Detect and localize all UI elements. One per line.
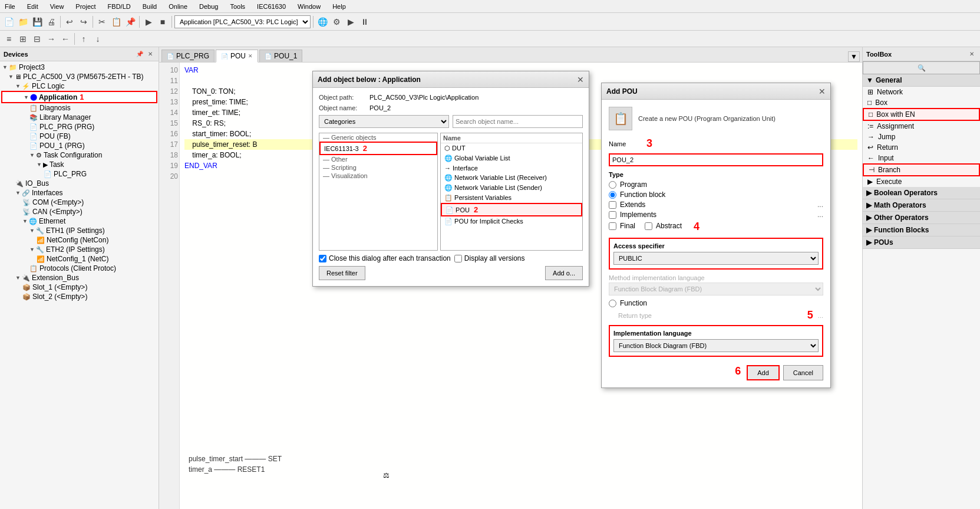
tb2-btn7[interactable]: ↓ xyxy=(91,32,104,45)
menu-edit[interactable]: Edit xyxy=(25,2,41,11)
impl-select[interactable]: Function Block Diagram (FBD) xyxy=(613,339,819,352)
menu-fbdld[interactable]: FBD/LD xyxy=(105,2,133,11)
open-btn[interactable]: 📁 xyxy=(17,15,29,28)
radio-function[interactable]: Function xyxy=(609,299,823,307)
menu-tools[interactable]: Tools xyxy=(227,2,248,11)
tree-interfaces[interactable]: ▼ 🔗 Interfaces xyxy=(1,188,157,198)
undo-btn[interactable]: ↩ xyxy=(63,15,76,28)
tree-com[interactable]: 📡 COM (<Empty>) xyxy=(1,198,157,207)
tb2-btn4[interactable]: → xyxy=(45,32,58,45)
pin-btn[interactable]: 📌 xyxy=(135,50,144,59)
tree-slot2[interactable]: 📦 Slot_2 (<Empty>) xyxy=(1,292,157,301)
implements-checkbox[interactable] xyxy=(609,211,616,219)
menu-view[interactable]: View xyxy=(48,2,67,11)
tree-plc-logic[interactable]: ▼ ⚡ PLC Logic xyxy=(1,81,157,91)
radio-program[interactable]: Program xyxy=(609,180,823,189)
app-dropdown[interactable]: Application [PLC_AC500_V3: PLC Logic] xyxy=(174,15,311,28)
obj-nvl-send[interactable]: 🌐 Network Variable List (Sender) xyxy=(441,183,582,193)
build-btn[interactable]: ▶ xyxy=(142,15,155,28)
toolbox-item-assignment[interactable]: := Assignment xyxy=(863,121,980,132)
menu-online[interactable]: Online xyxy=(166,2,190,11)
tree-extbus[interactable]: ▼ 🔌 Extension_Bus xyxy=(1,273,157,283)
tree-protocols[interactable]: 📋 Protocols (Client Protoc) xyxy=(1,264,157,273)
tb2-btn6[interactable]: ↑ xyxy=(77,32,90,45)
display-versions-checkbox[interactable]: Display all versions xyxy=(454,254,525,262)
tree-pou1-prg[interactable]: 📄 POU_1 (PRG) xyxy=(1,141,157,150)
extends-checkbox[interactable] xyxy=(609,201,616,209)
radio-funcblock[interactable]: Function block xyxy=(609,191,823,199)
cat-generic[interactable]: — Generic objects xyxy=(319,133,437,142)
tree-netconfig1[interactable]: 📶 NetConfig_1 (NetC) xyxy=(1,254,157,264)
final-row[interactable]: Final xyxy=(609,222,635,230)
tree-netconfig[interactable]: 📶 NetConfig (NetCon) xyxy=(1,235,157,245)
pou-name-input[interactable] xyxy=(609,153,823,166)
menu-window[interactable]: Window xyxy=(295,2,323,11)
final-checkbox[interactable] xyxy=(609,222,616,230)
implements-dots[interactable]: ... xyxy=(817,211,823,219)
tb2-btn5[interactable]: ← xyxy=(59,32,72,45)
toolbox-item-branch[interactable]: ⊣ Branch xyxy=(863,163,980,176)
new-btn[interactable]: 📄 xyxy=(2,15,15,28)
tab-plc-prg[interactable]: 📄 PLC_PRG xyxy=(161,50,215,62)
add-object-close-btn[interactable]: ✕ xyxy=(577,75,584,84)
abstract-checkbox[interactable] xyxy=(645,222,652,230)
toolbox-item-network[interactable]: ⊞ Network xyxy=(863,87,980,97)
toolbox-close-btn[interactable]: ✕ xyxy=(967,50,976,59)
display-versions-input[interactable] xyxy=(454,255,462,262)
reset-filter-btn[interactable]: Reset filter xyxy=(319,266,365,280)
categories-dropdown[interactable]: Categories xyxy=(319,115,449,128)
save-btn[interactable]: 💾 xyxy=(31,15,44,28)
toolbox-item-jump[interactable]: → Jump xyxy=(863,132,980,142)
copy-btn[interactable]: 📋 xyxy=(110,15,123,28)
menu-file[interactable]: File xyxy=(2,2,18,11)
tree-task[interactable]: ▼ ▶ Task xyxy=(1,160,157,169)
menu-help[interactable]: Help xyxy=(330,2,348,11)
run-btn[interactable]: ▶ xyxy=(344,15,357,28)
tree-pou-fb[interactable]: 📄 POU (FB) xyxy=(1,132,157,141)
tab-pou[interactable]: 📄 POU ✕ xyxy=(216,50,258,63)
menu-iec[interactable]: IEC61630 xyxy=(255,2,288,11)
menu-build[interactable]: Build xyxy=(140,2,159,11)
tab-pou1[interactable]: 📄 POU_1 xyxy=(259,50,302,62)
tab-pou-close[interactable]: ✕ xyxy=(248,53,253,59)
obj-pou[interactable]: 📄 POU 2 xyxy=(441,203,582,216)
tree-diagnosis[interactable]: 📋 Diagnosis xyxy=(1,103,157,113)
cut-btn[interactable]: ✂ xyxy=(95,15,108,28)
toolbox-item-execute[interactable]: ▶ Execute xyxy=(863,176,980,187)
close-panel-btn[interactable]: ✕ xyxy=(146,50,155,59)
cat-iec61131[interactable]: IEC61131-3 2 xyxy=(319,142,437,155)
tree-plc-prg[interactable]: 📄 PLC_PRG (PRG) xyxy=(1,122,157,132)
tree-can[interactable]: 📡 CAN (<Empty>) xyxy=(1,207,157,216)
method-impl-select[interactable]: Function Block Diagram (FBD) xyxy=(609,283,823,295)
toolbox-item-input[interactable]: ← Input xyxy=(863,153,980,163)
config-btn[interactable]: ⚙ xyxy=(330,15,343,28)
tab-dropdown-btn[interactable]: ▼ xyxy=(848,51,860,62)
tree-slot1[interactable]: 📦 Slot_1 (<Empty>) xyxy=(1,283,157,292)
tree-task-config[interactable]: ▼ ⚙ Task Configuration xyxy=(1,150,157,160)
extends-dots[interactable]: ... xyxy=(817,201,823,209)
implements-row[interactable]: Implements ... xyxy=(609,211,823,219)
toolbox-item-box[interactable]: □ Box xyxy=(863,97,980,108)
tree-iobus[interactable]: 🔌 IO_Bus xyxy=(1,179,157,188)
abstract-row[interactable]: Abstract xyxy=(645,222,682,230)
tree-eth1[interactable]: ▼ 🔧 ETH1 (IP Settings) xyxy=(1,226,157,235)
add-object-btn[interactable]: Add o... xyxy=(545,266,583,280)
obj-persist-vars[interactable]: 📋 Persistent Variables xyxy=(441,193,582,203)
cat-visualization[interactable]: — Visualization xyxy=(319,172,437,180)
online-btn[interactable]: 🌐 xyxy=(316,15,329,28)
radio-function-input[interactable] xyxy=(609,300,616,307)
cancel-pou-btn[interactable]: Cancel xyxy=(783,365,823,380)
cat-scripting[interactable]: — Scripting xyxy=(319,163,437,172)
radio-funcblock-input[interactable] xyxy=(609,191,616,199)
add-pou-close-btn[interactable]: ✕ xyxy=(819,87,826,96)
tree-plc-ac500[interactable]: ▼ 🖥 PLC_AC500_V3 (PM5675-2ETH - TB) xyxy=(1,72,157,81)
access-select[interactable]: PUBLIC xyxy=(613,252,819,265)
close-after-checkbox[interactable]: Close this dialog after each transaction xyxy=(319,254,451,262)
stop-btn[interactable]: ■ xyxy=(156,15,169,28)
toolbox-item-return[interactable]: ↩ Return xyxy=(863,142,980,153)
tree-plc-prg2[interactable]: 📄 PLC_PRG xyxy=(1,169,157,179)
tb2-btn2[interactable]: ⊞ xyxy=(17,32,29,45)
tb2-btn1[interactable]: ≡ xyxy=(2,32,15,45)
obj-dut[interactable]: ⬡ DUT xyxy=(441,143,582,153)
obj-interface[interactable]: → Interface xyxy=(441,163,582,173)
